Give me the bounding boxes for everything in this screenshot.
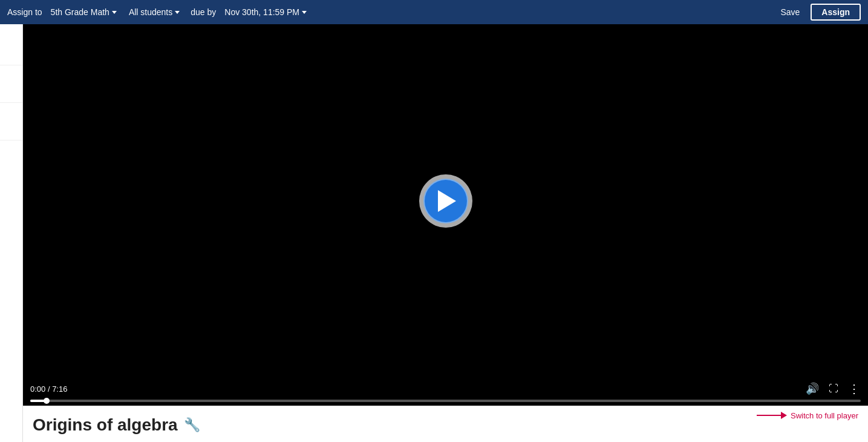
sidebar-item-2 [0,67,22,103]
progress-bar[interactable] [30,400,861,402]
fullscreen-icon[interactable]: ⛶ [829,383,838,394]
save-button[interactable]: Save [774,5,806,19]
play-button-outer [419,174,472,228]
content-area: 0:00 / 7:16 🔊 ⛶ ⋮ Switch to full [23,24,868,442]
due-date-dropdown-label: Nov 30th, 11:59 PM [224,7,299,17]
main-area: 0:00 / 7:16 🔊 ⛶ ⋮ Switch to full [0,24,868,442]
time-display: 0:00 / 7:16 [30,384,67,394]
assign-to-label: Assign to [7,7,42,17]
wrench-icon[interactable]: 🔧 [184,417,200,433]
top-bar: Assign to 5th Grade Math All students du… [0,0,868,24]
switch-to-full-player-label: Switch to full player [791,411,858,420]
play-button-inner [423,179,468,223]
more-options-icon[interactable]: ⋮ [848,381,861,396]
switch-to-full-player-link[interactable]: Switch to full player [757,411,858,420]
class-dropdown-label: 5th Grade Math [51,7,109,17]
sidebar-item-3 [0,104,22,140]
sidebar [0,24,23,442]
play-icon [438,190,456,212]
controls-row: 0:00 / 7:16 🔊 ⛶ ⋮ [30,381,861,396]
class-dropdown-arrow-icon [112,11,117,14]
sidebar-item-1 [0,29,22,65]
class-dropdown[interactable]: 5th Grade Math [47,5,120,19]
due-by-label: due by [191,7,216,17]
below-video: Switch to full player Origins of algebra… [23,406,868,442]
students-dropdown[interactable]: All students [125,5,183,19]
controls-right: 🔊 ⛶ ⋮ [806,381,861,396]
video-controls: 0:00 / 7:16 🔊 ⛶ ⋮ [23,378,868,406]
video-container: 0:00 / 7:16 🔊 ⛶ ⋮ [23,24,868,406]
arrow-right-red-icon [757,411,787,420]
video-title: Origins of algebra [33,415,178,435]
progress-thumb [44,398,50,404]
page-title: Origins of algebra 🔧 [33,413,858,435]
due-date-dropdown-arrow-icon [302,11,307,14]
assign-button[interactable]: Assign [811,4,861,21]
video-screen[interactable] [23,24,868,378]
progress-bar-fill [30,400,47,402]
students-dropdown-arrow-icon [175,11,180,14]
students-dropdown-label: All students [129,7,172,17]
volume-icon[interactable]: 🔊 [806,382,819,395]
due-date-dropdown[interactable]: Nov 30th, 11:59 PM [221,5,310,19]
